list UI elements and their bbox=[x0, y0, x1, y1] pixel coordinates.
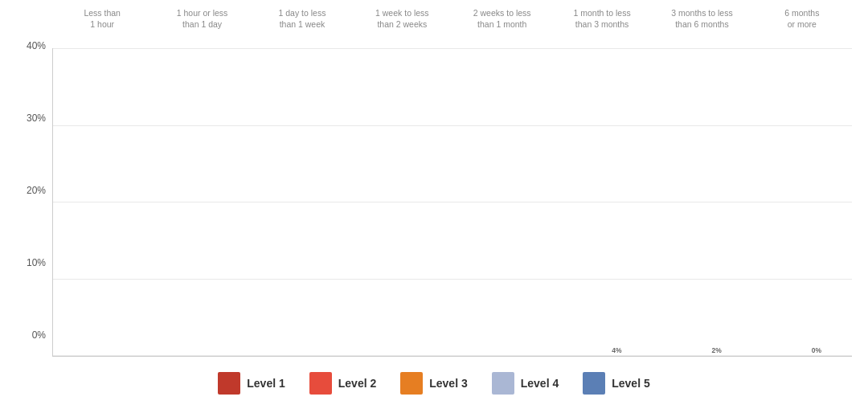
x-label-1: 1 hour or lessthan 1 day bbox=[152, 8, 252, 30]
bar-label-g2-l3: 36% bbox=[296, 346, 309, 354]
bars-row: 7%6%6%6%11%31%27%28%38%39%32%33%36%31%32… bbox=[53, 48, 852, 356]
bar-label-g5-l4: 4% bbox=[612, 346, 621, 354]
legend-swatch-4 bbox=[492, 372, 514, 395]
legend-swatch-2 bbox=[309, 372, 332, 395]
bar-label-g7-l2: 2% bbox=[783, 346, 792, 354]
legend-item-4: Level 4 bbox=[492, 372, 559, 395]
legend-label-2: Level 2 bbox=[338, 377, 376, 390]
bar-label-g5-l1: 4% bbox=[568, 346, 578, 354]
bar-label-g0-l2: 6% bbox=[84, 346, 93, 354]
legend-item-2: Level 2 bbox=[309, 372, 376, 395]
bar-label-g5-l3: 2% bbox=[597, 346, 607, 354]
legend-item-1: Level 1 bbox=[218, 372, 285, 395]
y-label-30: 30% bbox=[27, 112, 46, 124]
x-label-7: 6 monthsor more bbox=[752, 8, 852, 30]
bar-label-g2-l2: 33% bbox=[281, 346, 295, 354]
bar-label-g7-l4: 0% bbox=[812, 346, 821, 354]
bar-label-g1-l5: 39% bbox=[225, 346, 239, 354]
legend: Level 1Level 2Level 3Level 4Level 5 bbox=[16, 357, 852, 405]
bar-label-g3-l4: 11% bbox=[410, 346, 424, 354]
bar-label-g1-l3: 28% bbox=[196, 346, 210, 354]
bar-label-g7-l5: 2% bbox=[826, 346, 836, 354]
bar-label-g4-l4: 8% bbox=[512, 346, 522, 354]
x-label-3: 1 week to lessthan 2 weeks bbox=[352, 8, 452, 30]
bar-label-g0-l3: 6% bbox=[98, 346, 108, 354]
bar-label-g1-l1: 31% bbox=[167, 346, 181, 354]
bar-label-g4-l1: 7% bbox=[469, 346, 478, 354]
legend-item-5: Level 5 bbox=[583, 372, 649, 395]
legend-item-3: Level 3 bbox=[400, 372, 467, 395]
bar-label-g6-l4: 2% bbox=[711, 346, 721, 354]
bar-label-g0-l4: 6% bbox=[113, 346, 122, 354]
legend-swatch-3 bbox=[400, 372, 423, 395]
bar-label-g7-l1: 4% bbox=[768, 346, 778, 354]
y-label-40: 40% bbox=[27, 40, 46, 51]
bar-label-g3-l2: 15% bbox=[381, 346, 395, 354]
legend-swatch-1 bbox=[218, 372, 240, 395]
bar-label-g1-l4: 38% bbox=[211, 346, 224, 354]
bar-label-g2-l1: 32% bbox=[267, 346, 280, 354]
legend-label-4: Level 4 bbox=[521, 377, 559, 390]
y-axis: 40% 30% 20% 10% 0% bbox=[16, 8, 52, 357]
chart-container: 40% 30% 20% 10% 0% Less than1 hour 1 hou… bbox=[0, 0, 868, 413]
bar-label-g5-l2: 6% bbox=[583, 346, 592, 354]
bar-label-g6-l5: 2% bbox=[726, 346, 735, 354]
bar-label-g5-l5: 3% bbox=[626, 346, 636, 354]
x-label-4: 2 weeks to lessthan 1 month bbox=[452, 8, 552, 30]
bar-label-g3-l1: 9% bbox=[369, 346, 379, 354]
bar-label-g0-l1: 7% bbox=[69, 346, 79, 354]
bar-label-g4-l3: 9% bbox=[497, 346, 507, 354]
y-label-20: 20% bbox=[27, 185, 46, 196]
bar-label-g6-l2: 2% bbox=[682, 346, 692, 354]
bar-label-g3-l3: 18% bbox=[395, 346, 409, 354]
bar-label-g7-l3: 1% bbox=[797, 346, 807, 354]
y-label-10: 10% bbox=[27, 257, 46, 268]
x-label-2: 1 day to lessthan 1 week bbox=[252, 8, 352, 30]
bar-label-g2-l5: 32% bbox=[325, 346, 338, 354]
bar-label-g3-l5: 7% bbox=[427, 346, 436, 354]
legend-label-5: Level 5 bbox=[612, 377, 649, 390]
y-label-0: 0% bbox=[32, 329, 46, 341]
bar-label-g4-l2: 11% bbox=[481, 346, 495, 354]
bar-label-g6-l3: 1% bbox=[697, 346, 706, 354]
legend-swatch-5 bbox=[583, 372, 605, 395]
x-label-0: Less than1 hour bbox=[52, 8, 152, 30]
bar-label-g6-l1: 3% bbox=[668, 346, 678, 354]
bar-label-g0-l5: 11% bbox=[125, 346, 139, 354]
legend-label-3: Level 3 bbox=[429, 377, 467, 390]
chart-inner: Less than1 hour 1 hour or lessthan 1 day… bbox=[52, 8, 852, 357]
x-label-5: 1 month to lessthan 3 months bbox=[552, 8, 652, 30]
legend-label-1: Level 1 bbox=[247, 377, 285, 390]
bar-label-g4-l5: 5% bbox=[526, 346, 536, 354]
bar-label-g2-l4: 31% bbox=[310, 346, 324, 354]
x-labels-row: Less than1 hour 1 hour or lessthan 1 day… bbox=[52, 8, 852, 48]
bars-and-grid: 7%6%6%6%11%31%27%28%38%39%32%33%36%31%32… bbox=[52, 48, 852, 357]
x-label-6: 3 months to lessthan 6 months bbox=[652, 8, 751, 30]
bar-label-g1-l2: 27% bbox=[182, 346, 195, 354]
chart-area: 40% 30% 20% 10% 0% Less than1 hour 1 hou… bbox=[16, 8, 852, 357]
